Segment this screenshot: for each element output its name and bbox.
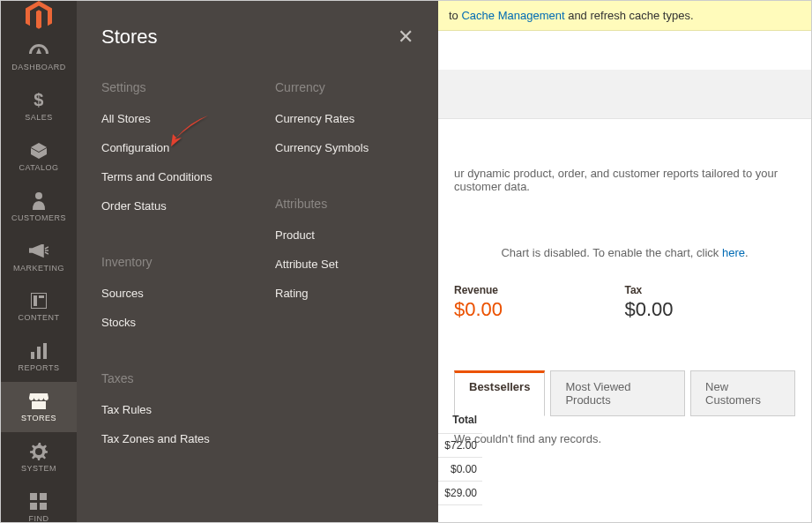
group-inventory: Inventory bbox=[101, 255, 240, 269]
table-total-column: Total $72.00 $0.00 $29.00 bbox=[438, 407, 482, 505]
link-stocks[interactable]: Stocks bbox=[101, 316, 240, 329]
link-currency-rates[interactable]: Currency Rates bbox=[275, 112, 413, 125]
stat-tax: Tax $0.00 bbox=[625, 284, 796, 321]
nav-label: SALES bbox=[25, 114, 53, 123]
svg-point-0 bbox=[35, 192, 42, 199]
dollar-icon: $ bbox=[34, 90, 44, 111]
table-row: $29.00 bbox=[438, 482, 482, 505]
svg-rect-8 bbox=[30, 493, 37, 500]
flyout-col-1: Settings All Stores Configuration Terms … bbox=[101, 80, 240, 461]
person-icon bbox=[33, 191, 45, 212]
nav-stores[interactable]: STORES bbox=[1, 382, 77, 432]
stat-value: $0.00 bbox=[454, 298, 625, 321]
nav-customers[interactable]: CUSTOMERS bbox=[1, 182, 77, 232]
cache-notice: to Cache Management and refresh cache ty… bbox=[438, 1, 811, 31]
main-nav: DASHBOARD $ SALES CATALOG CUSTOMERS MARK… bbox=[1, 1, 77, 522]
svg-rect-5 bbox=[37, 347, 41, 359]
group-attributes: Attributes bbox=[275, 197, 413, 211]
svg-rect-10 bbox=[30, 503, 37, 510]
group-taxes: Taxes bbox=[101, 371, 240, 385]
nav-label: STORES bbox=[21, 415, 56, 423]
link-enable-chart[interactable]: here bbox=[722, 246, 745, 259]
nav-marketing[interactable]: MARKETING bbox=[1, 232, 77, 282]
notice-text: to bbox=[449, 9, 461, 22]
header-bar bbox=[438, 70, 811, 119]
megaphone-icon bbox=[29, 241, 48, 262]
dashboard-content: to Cache Management and refresh cache ty… bbox=[438, 1, 811, 522]
tab-most-viewed[interactable]: Most Viewed Products bbox=[550, 370, 685, 416]
stat-label: Revenue bbox=[454, 284, 625, 296]
tab-new-customers[interactable]: New Customers bbox=[690, 370, 795, 416]
nav-content[interactable]: CONTENT bbox=[1, 281, 77, 332]
table-row: $72.00 bbox=[438, 434, 482, 458]
stat-value: $0.00 bbox=[625, 298, 796, 321]
svg-rect-7 bbox=[32, 401, 46, 409]
nav-label: CATALOG bbox=[19, 164, 58, 173]
nav-label: CUSTOMERS bbox=[11, 214, 66, 223]
dashboard-icon bbox=[29, 40, 48, 61]
blocks-icon bbox=[30, 491, 48, 512]
dashboard-tabs: Bestsellers Most Viewed Products New Cus… bbox=[454, 370, 795, 416]
no-records-message: We couldn't find any records. bbox=[454, 432, 795, 445]
bi-description: ur dynamic product, order, and customer … bbox=[454, 167, 795, 193]
nav-label: MARKETING bbox=[13, 265, 64, 273]
link-currency-symbols[interactable]: Currency Symbols bbox=[275, 141, 413, 154]
link-configuration[interactable]: Configuration bbox=[101, 141, 240, 154]
nav-system[interactable]: SYSTEM bbox=[1, 432, 77, 482]
nav-label: FIND PARTNERS & EXTENSIONS bbox=[4, 515, 73, 523]
link-tax-zones[interactable]: Tax Zones and Rates bbox=[101, 432, 240, 445]
layout-icon bbox=[31, 290, 47, 311]
svg-rect-9 bbox=[40, 493, 47, 500]
svg-rect-3 bbox=[39, 295, 44, 298]
svg-rect-4 bbox=[31, 352, 34, 359]
link-sources[interactable]: Sources bbox=[101, 287, 240, 300]
close-icon[interactable]: ✕ bbox=[398, 26, 413, 49]
nav-label: SYSTEM bbox=[21, 465, 56, 474]
bars-icon bbox=[31, 340, 47, 362]
nav-catalog[interactable]: CATALOG bbox=[1, 131, 77, 182]
stat-revenue: Revenue $0.00 bbox=[454, 284, 625, 321]
nav-reports[interactable]: REPORTS bbox=[1, 332, 77, 382]
link-attr-set[interactable]: Attribute Set bbox=[275, 258, 413, 271]
notice-text: and refresh cache types. bbox=[565, 9, 694, 22]
table-header-total: Total bbox=[438, 407, 482, 434]
gear-icon bbox=[30, 441, 48, 462]
link-all-stores[interactable]: All Stores bbox=[101, 112, 240, 125]
stat-label: Tax bbox=[625, 284, 796, 296]
nav-dashboard[interactable]: DASHBOARD bbox=[1, 31, 77, 81]
nav-label: REPORTS bbox=[19, 364, 60, 373]
stores-flyout: Stores ✕ Settings All Stores Configurati… bbox=[77, 1, 438, 522]
group-settings: Settings bbox=[101, 80, 240, 94]
flyout-title: Stores bbox=[101, 26, 158, 49]
link-cache-management[interactable]: Cache Management bbox=[461, 9, 564, 22]
link-order-status[interactable]: Order Status bbox=[101, 199, 240, 213]
svg-rect-2 bbox=[34, 295, 37, 306]
svg-rect-1 bbox=[31, 293, 47, 309]
svg-rect-6 bbox=[43, 343, 47, 359]
storefront-icon bbox=[29, 391, 48, 412]
stats-row: Revenue $0.00 Tax $0.00 bbox=[454, 284, 795, 321]
nav-label: DASHBOARD bbox=[11, 64, 66, 72]
group-currency: Currency bbox=[275, 80, 413, 94]
box-icon bbox=[30, 140, 48, 161]
link-tax-rules[interactable]: Tax Rules bbox=[101, 403, 240, 416]
nav-sales[interactable]: $ SALES bbox=[1, 81, 77, 131]
svg-rect-11 bbox=[40, 503, 47, 510]
chart-disabled-note: Chart is disabled. To enable the chart, … bbox=[454, 246, 795, 259]
magento-logo[interactable] bbox=[1, 1, 77, 31]
link-attr-rating[interactable]: Rating bbox=[275, 287, 413, 300]
link-attr-product[interactable]: Product bbox=[275, 228, 413, 242]
table-row: $0.00 bbox=[438, 458, 482, 482]
nav-label: CONTENT bbox=[19, 314, 60, 323]
link-terms-conditions[interactable]: Terms and Conditions bbox=[101, 170, 240, 183]
nav-partners[interactable]: FIND PARTNERS & EXTENSIONS bbox=[1, 482, 77, 523]
flyout-col-2: Currency Currency Rates Currency Symbols… bbox=[275, 80, 413, 461]
